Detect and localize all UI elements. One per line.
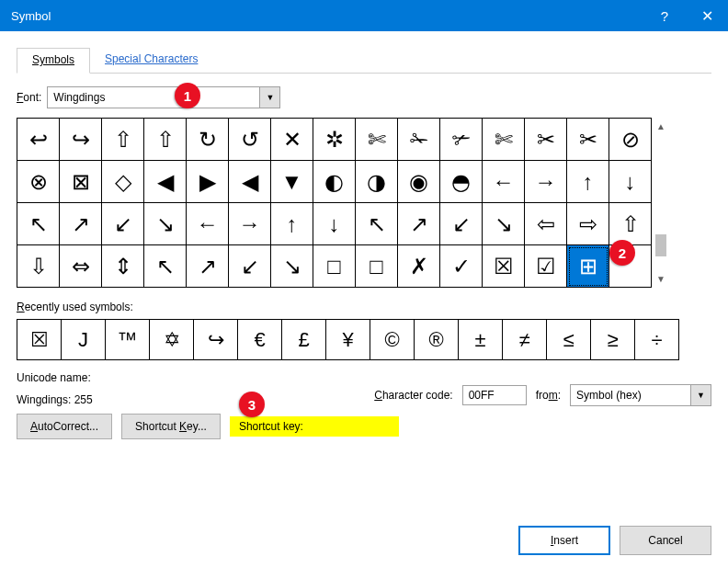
symbol-cell[interactable]: ↖ [356,203,398,245]
symbol-cell[interactable]: ⇔ [60,245,102,288]
recent-symbol-cell[interactable]: ≥ [591,320,635,360]
font-combo[interactable]: ▼ [47,86,280,108]
help-button[interactable]: ? [643,0,686,31]
callout-1: 1 [175,83,200,108]
symbol-cell[interactable]: ◐ [313,161,356,203]
symbol-cell[interactable]: ✗ [398,245,440,288]
symbol-cell[interactable]: ⊗ [17,161,60,203]
symbol-cell[interactable]: ✄ [483,119,525,161]
symbol-cell[interactable]: ◑ [356,161,398,203]
symbol-cell[interactable]: ← [483,161,525,203]
recent-symbol-cell[interactable]: ® [415,320,459,360]
recent-symbol-cell[interactable]: ✡ [150,320,194,360]
symbol-cell[interactable]: ☑ [525,245,567,288]
recent-symbol-cell[interactable]: © [370,320,415,360]
recent-symbol-cell[interactable]: ≤ [547,320,591,360]
symbol-cell[interactable]: ☒ [483,245,525,288]
scroll-down-icon[interactable]: ▼ [656,274,665,284]
autocorrect-button[interactable]: AutoCorrect... [17,414,112,439]
symbol-cell[interactable]: ◉ [398,161,440,203]
symbol-cell[interactable]: ↙ [102,203,144,245]
insert-button[interactable]: Insert [518,526,610,555]
symbol-cell[interactable]: ✄ [356,119,398,161]
symbol-cell[interactable]: ↺ [229,119,271,161]
symbol-cell[interactable]: → [229,203,271,245]
symbol-cell[interactable]: ↗ [187,245,229,288]
recent-grid[interactable]: ☒J™✡↪€£¥©®±≠≤≥÷ [17,319,679,360]
symbol-cell[interactable]: ↖ [144,245,187,288]
symbol-cell[interactable]: ↻ [187,119,229,161]
char-code-input[interactable] [462,385,527,405]
symbol-cell[interactable]: ⇕ [102,245,144,288]
recent-symbol-cell[interactable]: ± [459,320,503,360]
cancel-button[interactable]: Cancel [620,526,711,555]
symbol-cell[interactable]: ↑ [271,203,313,245]
symbol-cell[interactable]: → [525,161,567,203]
footer-buttons: Insert Cancel [518,526,711,555]
recent-symbol-cell[interactable]: £ [282,320,326,360]
symbol-grid[interactable]: ↩↪⇧⇧↻↺✕✲✄✁✃✄✂✂⊘⊗⊠◇◀▶◀▼◐◑◉◓←→↑↓↖↗↙↘←→↑↓↖↗… [17,118,652,288]
symbol-cell[interactable]: □ [313,245,356,288]
symbol-cell[interactable]: ↪ [60,119,102,161]
symbol-cell[interactable]: ◓ [440,161,483,203]
symbol-cell[interactable]: ⇦ [525,203,567,245]
symbol-cell[interactable]: ✃ [440,119,483,161]
symbol-cell[interactable]: ⊠ [60,161,102,203]
scroll-thumb[interactable] [655,234,666,256]
symbol-cell[interactable]: ↘ [483,203,525,245]
recent-symbol-cell[interactable]: ™ [106,320,150,360]
recent-symbol-cell[interactable]: ☒ [17,320,62,360]
symbol-cell[interactable]: ↙ [440,203,483,245]
close-button[interactable]: ✕ [686,0,728,31]
symbol-cell[interactable]: ⊞ [567,245,609,288]
chevron-down-icon[interactable]: ▼ [259,87,279,108]
recent-symbol-cell[interactable]: ÷ [635,320,679,360]
symbol-cell[interactable]: ▼ [271,161,313,203]
scroll-up-icon[interactable]: ▲ [656,121,665,131]
symbol-cell[interactable]: ◀ [229,161,271,203]
font-input[interactable] [48,87,259,108]
symbol-cell[interactable]: ← [187,203,229,245]
symbol-cell[interactable]: ↑ [567,161,609,203]
symbol-cell[interactable]: □ [356,245,398,288]
symbol-cell[interactable]: ⇧ [609,203,652,245]
tab-symbols[interactable]: Symbols [17,48,90,74]
callout-3: 3 [239,392,265,417]
recent-symbol-cell[interactable]: € [238,320,282,360]
symbol-cell[interactable]: ✂ [525,119,567,161]
symbol-cell[interactable]: ↗ [60,203,102,245]
symbol-cell[interactable]: ⇩ [17,245,60,288]
tab-special-characters[interactable]: Special Characters [90,48,212,74]
scrollbar[interactable]: ▲ ▼ [652,118,670,288]
symbol-cell[interactable]: ↖ [17,203,60,245]
symbol-cell[interactable]: ◇ [102,161,144,203]
symbol-cell[interactable]: ✓ [440,245,483,288]
recent-symbol-cell[interactable]: ¥ [326,320,370,360]
symbol-cell[interactable]: ✁ [398,119,440,161]
recent-symbol-cell[interactable]: J [62,320,106,360]
symbol-cell[interactable]: ↓ [609,161,652,203]
symbol-cell[interactable]: ↘ [144,203,187,245]
symbol-cell[interactable]: ▶ [187,161,229,203]
symbol-cell[interactable]: ↘ [271,245,313,288]
symbol-cell[interactable]: ⇨ [567,203,609,245]
symbol-cell[interactable]: ⇧ [102,119,144,161]
symbol-cell[interactable]: ⇧ [144,119,187,161]
symbol-cell[interactable]: ✲ [313,119,356,161]
recent-label: Recently used symbols: [17,301,711,313]
titlebar: Symbol ? ✕ [0,0,728,31]
from-input[interactable] [571,385,690,405]
symbol-cell[interactable]: ↓ [313,203,356,245]
symbol-cell[interactable]: ✕ [271,119,313,161]
symbol-cell[interactable]: ↩ [17,119,60,161]
symbol-cell[interactable]: ↙ [229,245,271,288]
symbol-cell[interactable]: ⊘ [609,119,652,161]
symbol-cell[interactable]: ✂ [567,119,609,161]
recent-symbol-cell[interactable]: ↪ [194,320,238,360]
shortcut-key-button[interactable]: Shortcut Key... [121,414,221,439]
symbol-cell[interactable]: ↗ [398,203,440,245]
recent-symbol-cell[interactable]: ≠ [503,320,547,360]
from-combo[interactable]: ▼ [570,384,711,406]
chevron-down-icon[interactable]: ▼ [690,385,711,405]
symbol-cell[interactable]: ◀ [144,161,187,203]
